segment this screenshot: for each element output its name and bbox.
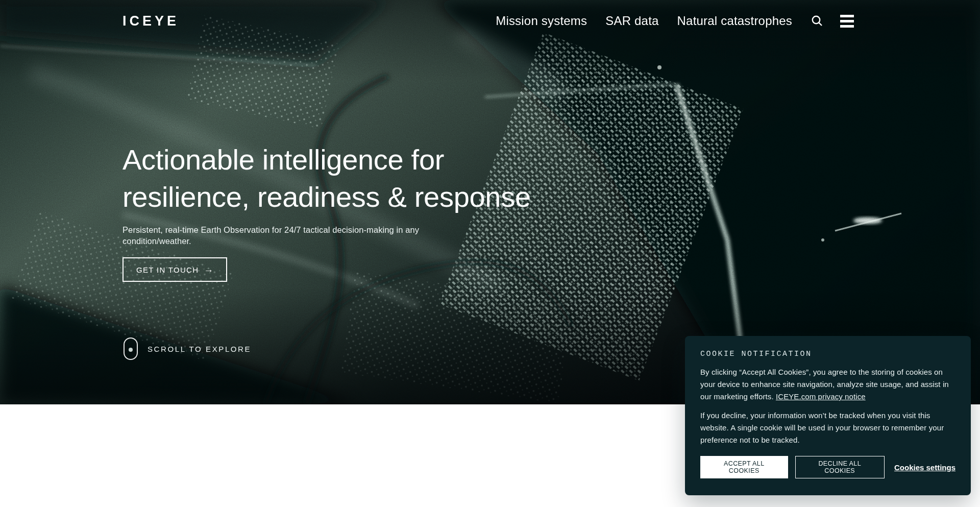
cookie-paragraph-2: If you decline, your information won’t b… bbox=[700, 409, 955, 446]
search-icon[interactable] bbox=[811, 14, 824, 28]
scroll-to-explore[interactable]: SCROLL TO EXPLORE bbox=[124, 337, 251, 360]
arrow-right-icon: → bbox=[204, 264, 213, 275]
page-title: Actionable intelligence forresilience, r… bbox=[122, 141, 664, 215]
cookie-notification-panel: COOKIE NOTIFICATION By clicking “Accept … bbox=[685, 336, 971, 495]
decline-all-cookies-button[interactable]: DECLINE ALL COOKIES bbox=[795, 456, 885, 478]
hero-subtitle: Persistent, real-time Earth Observation … bbox=[122, 224, 664, 247]
cookie-title: COOKIE NOTIFICATION bbox=[700, 350, 955, 358]
cookies-settings-link[interactable]: Cookies settings bbox=[894, 463, 955, 472]
mouse-scroll-icon bbox=[124, 337, 138, 360]
nav-links: Mission systems SAR data Natural catastr… bbox=[496, 14, 792, 28]
iceye-homepage: ICEYE Mission systems SAR data Natural c… bbox=[0, 0, 980, 507]
page-title-line1: Actionable intelligence for bbox=[122, 143, 444, 176]
hamburger-menu-icon[interactable] bbox=[840, 15, 854, 28]
iceye-logo[interactable]: ICEYE bbox=[122, 13, 179, 29]
nav-item-sar-data[interactable]: SAR data bbox=[605, 14, 658, 28]
accept-all-cookies-button[interactable]: ACCEPT ALL COOKIES bbox=[700, 456, 788, 478]
get-in-touch-label: GET IN TOUCH bbox=[136, 265, 199, 274]
top-navigation: ICEYE Mission systems SAR data Natural c… bbox=[0, 0, 980, 42]
hero-subtitle-line2: condition/weather. bbox=[122, 236, 191, 246]
cookie-paragraph-1: By clicking “Accept All Cookies”, you ag… bbox=[700, 366, 955, 403]
scroll-to-explore-label: SCROLL TO EXPLORE bbox=[148, 345, 251, 353]
nav-item-natural-catastrophes[interactable]: Natural catastrophes bbox=[677, 14, 792, 28]
privacy-notice-link[interactable]: ICEYE.com privacy notice bbox=[776, 392, 866, 401]
hero-content: Actionable intelligence forresilience, r… bbox=[122, 141, 664, 282]
hero-subtitle-line1: Persistent, real-time Earth Observation … bbox=[122, 225, 419, 234]
get-in-touch-button[interactable]: GET IN TOUCH → bbox=[122, 257, 227, 282]
nav-item-mission-systems[interactable]: Mission systems bbox=[496, 14, 587, 28]
cookie-actions: ACCEPT ALL COOKIES DECLINE ALL COOKIES C… bbox=[700, 456, 955, 478]
page-title-line2: resilience, readiness & response bbox=[122, 181, 531, 213]
